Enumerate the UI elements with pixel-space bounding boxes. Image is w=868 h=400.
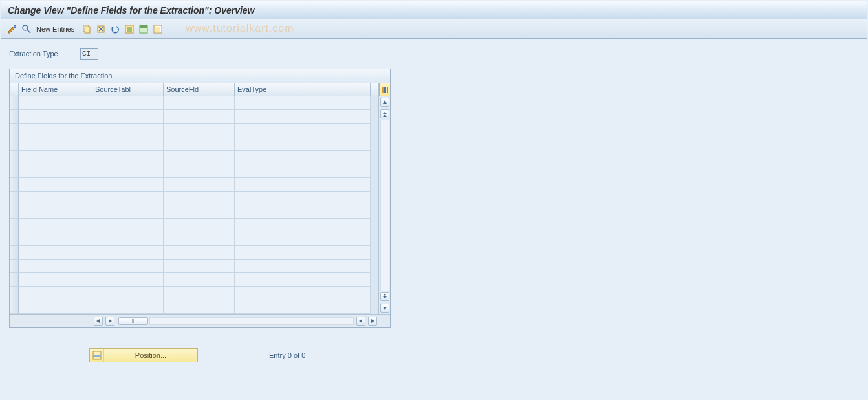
cell-source-tabl[interactable] <box>92 110 164 124</box>
cell-field-name[interactable] <box>19 110 92 124</box>
cell-input[interactable] <box>19 246 92 259</box>
cell-input[interactable] <box>235 137 370 150</box>
cell-input[interactable] <box>19 110 92 123</box>
cell-source-fld[interactable] <box>164 192 235 205</box>
col-header-source-fld[interactable]: SourceFld <box>164 83 235 96</box>
scroll-up-step-button[interactable] <box>380 109 389 118</box>
select-block-icon[interactable] <box>138 23 149 35</box>
cell-input[interactable] <box>19 205 92 218</box>
cell-source-tabl[interactable] <box>92 260 164 273</box>
cell-source-fld[interactable] <box>164 246 235 260</box>
cell-input[interactable] <box>164 219 234 232</box>
scroll-left-end-button[interactable] <box>356 317 365 326</box>
cell-input[interactable] <box>164 192 234 205</box>
cell-input[interactable] <box>92 273 163 286</box>
cell-source-fld[interactable] <box>164 151 235 164</box>
row-selector[interactable] <box>10 137 19 151</box>
cell-source-tabl[interactable] <box>92 124 164 137</box>
cell-input[interactable] <box>92 137 163 150</box>
cell-eval-type[interactable] <box>235 192 371 205</box>
cell-eval-type[interactable] <box>235 205 371 219</box>
row-selector[interactable] <box>10 96 19 110</box>
cell-input[interactable] <box>164 151 234 164</box>
cell-input[interactable] <box>235 164 370 177</box>
vertical-scroll-track[interactable] <box>380 120 389 291</box>
cell-input[interactable] <box>19 124 92 137</box>
horizontal-scroll-thumb[interactable] <box>118 317 148 325</box>
cell-source-tabl[interactable] <box>92 273 164 287</box>
row-selector[interactable] <box>10 124 19 137</box>
cell-input[interactable] <box>164 205 234 218</box>
scroll-left-button[interactable] <box>94 317 103 326</box>
cell-input[interactable] <box>92 260 163 272</box>
row-selector[interactable] <box>10 273 19 287</box>
cell-field-name[interactable] <box>19 287 92 300</box>
copy-icon[interactable] <box>81 23 92 35</box>
cell-source-fld[interactable] <box>164 205 235 219</box>
cell-input[interactable] <box>92 164 163 177</box>
row-selector[interactable] <box>10 260 19 273</box>
cell-input[interactable] <box>19 137 92 150</box>
table-configuration-icon[interactable] <box>379 83 390 96</box>
cell-eval-type[interactable] <box>235 124 371 137</box>
cell-input[interactable] <box>235 96 370 109</box>
cell-field-name[interactable] <box>19 273 92 287</box>
cell-field-name[interactable] <box>19 260 92 273</box>
cell-source-fld[interactable] <box>164 287 235 300</box>
cell-eval-type[interactable] <box>235 232 371 246</box>
cell-input[interactable] <box>19 287 92 300</box>
cell-source-fld[interactable] <box>164 232 235 246</box>
cell-input[interactable] <box>92 96 163 109</box>
cell-input[interactable] <box>164 232 234 245</box>
row-selector[interactable] <box>10 192 19 205</box>
cell-input[interactable] <box>92 178 163 191</box>
cell-eval-type[interactable] <box>235 137 371 151</box>
cell-input[interactable] <box>19 273 92 286</box>
cell-eval-type[interactable] <box>235 273 371 287</box>
cell-input[interactable] <box>164 260 234 272</box>
cell-input[interactable] <box>92 110 163 123</box>
row-selector[interactable] <box>10 232 19 246</box>
new-entries-button[interactable]: New Entries <box>35 25 78 33</box>
cell-field-name[interactable] <box>19 124 92 137</box>
cell-input[interactable] <box>19 164 92 177</box>
cell-eval-type[interactable] <box>235 246 371 260</box>
row-selector[interactable] <box>10 300 19 314</box>
cell-input[interactable] <box>235 287 370 300</box>
cell-source-fld[interactable] <box>164 96 235 110</box>
cell-input[interactable] <box>164 137 234 150</box>
cell-input[interactable] <box>235 192 370 205</box>
cell-input[interactable] <box>92 219 163 232</box>
cell-source-tabl[interactable] <box>92 178 164 192</box>
cell-input[interactable] <box>164 178 234 191</box>
cell-source-fld[interactable] <box>164 300 235 314</box>
cell-field-name[interactable] <box>19 219 92 232</box>
toggle-display-change-icon[interactable] <box>6 23 18 35</box>
cell-input[interactable] <box>19 151 92 164</box>
cell-input[interactable] <box>164 164 234 177</box>
cell-input[interactable] <box>19 300 92 313</box>
cell-input[interactable] <box>235 232 370 245</box>
row-selector[interactable] <box>10 205 19 219</box>
cell-input[interactable] <box>92 205 163 218</box>
cell-input[interactable] <box>235 260 370 272</box>
cell-eval-type[interactable] <box>235 300 371 314</box>
cell-input[interactable] <box>235 124 370 137</box>
col-header-eval-type[interactable]: EvalType <box>235 83 371 96</box>
cell-input[interactable] <box>235 300 370 313</box>
cell-eval-type[interactable] <box>235 178 371 192</box>
cell-field-name[interactable] <box>19 246 92 260</box>
cell-source-tabl[interactable] <box>92 137 164 151</box>
find-icon[interactable] <box>21 23 32 35</box>
col-header-source-tabl[interactable]: SourceTabl <box>92 83 164 96</box>
select-all-icon[interactable] <box>124 23 135 35</box>
scroll-down-button[interactable] <box>380 304 389 313</box>
cell-field-name[interactable] <box>19 300 92 314</box>
scroll-down-step-button[interactable] <box>380 292 389 301</box>
cell-input[interactable] <box>92 232 163 245</box>
cell-source-tabl[interactable] <box>92 246 164 260</box>
scroll-right-button[interactable] <box>105 317 114 326</box>
cell-input[interactable] <box>164 246 234 259</box>
undo-icon[interactable] <box>109 23 121 35</box>
cell-input[interactable] <box>19 192 92 205</box>
